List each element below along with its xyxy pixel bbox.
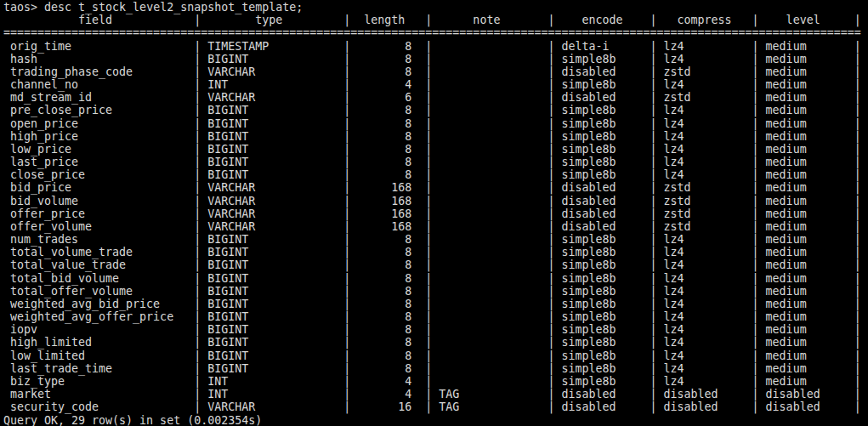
table-row: hash | BIGINT | 8 | | simple8b | lz4 | m…	[3, 53, 868, 65]
typed-command: desc t_stock_level2_snapshot_template;	[44, 1, 303, 14]
table-row: md_stream_id | VARCHAR | 6 | | disabled …	[3, 91, 868, 104]
table-row: weighted_avg_offer_price | BIGINT | 8 | …	[3, 310, 868, 323]
table-row: market | INT | 4 | TAG | disabled | disa…	[3, 388, 868, 400]
table-row: total_value_trade | BIGINT | 8 | | simpl…	[3, 258, 868, 271]
command-line: taos> desc t_stock_level2_snapshot_templ…	[3, 1, 868, 14]
table-row: num_trades | BIGINT | 8 | | simple8b | l…	[3, 233, 868, 246]
table-row: close_price | BIGINT | 8 | | simple8b | …	[3, 168, 868, 181]
table-row: open_price | BIGINT | 8 | | simple8b | l…	[3, 117, 868, 130]
table-row: bid_price | VARCHAR | 168 | | disabled |…	[3, 181, 868, 194]
table-row: security_code | VARCHAR | 16 | TAG | dis…	[3, 400, 868, 413]
table-row: total_bid_volume | BIGINT | 8 | | simple…	[3, 272, 868, 285]
table-row: channel_no | INT | 4 | | simple8b | lz4 …	[3, 78, 868, 91]
shell-prompt: taos>	[3, 1, 44, 14]
table-row: orig_time | TIMESTAMP | 8 | | delta-i | …	[3, 40, 868, 53]
table-row: trading_phase_code | VARCHAR | 8 | | dis…	[3, 65, 868, 78]
table-row: biz_type | INT | 4 | | simple8b | lz4 | …	[3, 375, 868, 388]
table-row: weighted_avg_bid_price | BIGINT | 8 | | …	[3, 298, 868, 310]
table-row: last_price | BIGINT | 8 | | simple8b | l…	[3, 156, 868, 168]
table-row: total_volume_trade | BIGINT | 8 | | simp…	[3, 246, 868, 258]
table-row: iopv | BIGINT | 8 | | simple8b | lz4 | m…	[3, 323, 868, 336]
table-row: low_limited | BIGINT | 8 | | simple8b | …	[3, 349, 868, 362]
terminal-window[interactable]: taos> desc t_stock_level2_snapshot_templ…	[0, 0, 868, 426]
table-row: high_price | BIGINT | 8 | | simple8b | l…	[3, 130, 868, 143]
table-row: low_price | BIGINT | 8 | | simple8b | lz…	[3, 143, 868, 156]
table-header-row: field | type | length | note | encode | …	[3, 14, 868, 26]
table-body: orig_time | TIMESTAMP | 8 | | delta-i | …	[3, 40, 868, 414]
table-row: total_offer_volume | BIGINT | 8 | | simp…	[3, 285, 868, 298]
table-row: bid_volume | VARCHAR | 168 | | disabled …	[3, 195, 868, 207]
table-row: offer_price | VARCHAR | 168 | | disabled…	[3, 207, 868, 220]
table-row: last_trade_time | BIGINT | 8 | | simple8…	[3, 362, 868, 375]
status-line: Query OK, 29 row(s) in set (0.002354s)	[3, 414, 868, 426]
table-row: pre_close_price | BIGINT | 8 | | simple8…	[3, 104, 868, 116]
table-row: offer_volume | VARCHAR | 168 | | disable…	[3, 220, 868, 233]
table-separator: ========================================…	[3, 26, 868, 39]
table-row: high_limited | BIGINT | 8 | | simple8b |…	[3, 336, 868, 349]
